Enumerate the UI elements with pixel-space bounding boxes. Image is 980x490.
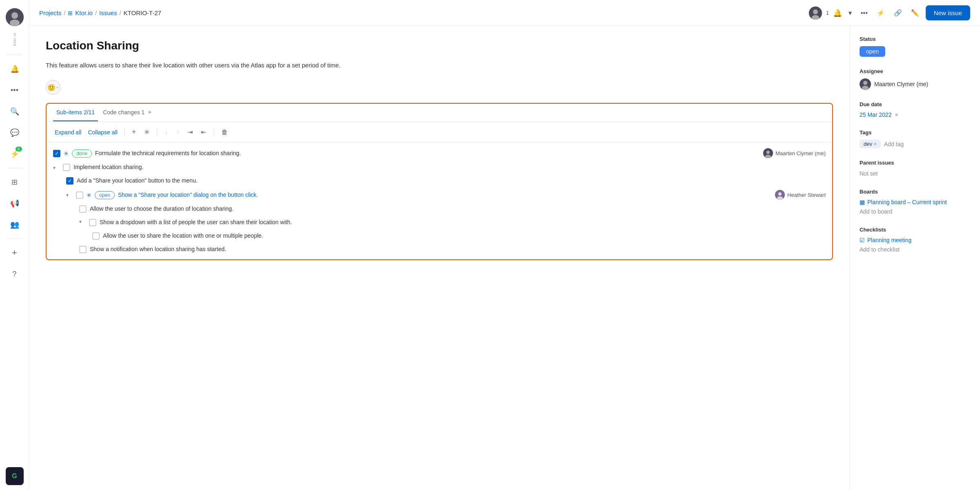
collapse-all-button[interactable]: Collapse all (86, 127, 119, 137)
grammarly-icon: G (12, 472, 17, 480)
nav-user-avatar[interactable] (809, 7, 822, 20)
right-sidebar: Status open Assignee Maarten Clymer (me)… (849, 26, 980, 490)
sub-item: Show a notification when location sharin… (47, 243, 832, 256)
sidebar-item-more[interactable]: ••• (6, 81, 24, 99)
sub-item-checkbox[interactable] (92, 232, 100, 240)
people-icon: 👥 (10, 220, 19, 229)
dots-icon: ••• (11, 86, 18, 95)
tags-label: Tags (860, 129, 970, 136)
sub-item-checkbox[interactable] (89, 219, 96, 226)
parent-issues-label: Parent issues (860, 160, 970, 166)
toolbar-indent-left-button[interactable]: ⇤ (198, 127, 209, 138)
expand-toggle-icon[interactable]: ▾ (79, 219, 86, 225)
due-date-clear-button[interactable]: × (895, 111, 898, 118)
tag-remove-button[interactable]: × (874, 141, 877, 147)
help-icon: ? (12, 270, 16, 278)
status-badge-open: open (95, 191, 115, 199)
assignee-info: Maarten Clymer (me) (763, 148, 826, 158)
due-date-label: Due date (860, 101, 970, 107)
sub-item-checkbox[interactable] (63, 164, 70, 171)
sub-item-checkbox[interactable] (79, 246, 87, 253)
svg-point-4 (813, 9, 818, 14)
due-date-value[interactable]: 25 Mar 2022 (860, 111, 892, 118)
sub-items-list: ✳ done Formulate the technical requireme… (47, 143, 832, 259)
sub-item-text: Formulate the technical requirements for… (95, 149, 760, 158)
assignee-row: Maarten Clymer (me) (860, 78, 970, 90)
bell-icon: 🔔 (10, 65, 19, 74)
new-issue-button[interactable]: New issue (926, 5, 970, 20)
sub-item-checkbox[interactable] (76, 192, 83, 199)
issue-title: Location Sharing (46, 39, 833, 52)
sub-item: ▾ Show a dropdown with a list of people … (47, 216, 832, 229)
breadcrumb-issues[interactable]: Issues (99, 9, 117, 16)
sidebar-item-people[interactable]: 👥 (6, 216, 24, 234)
search-icon: 🔍 (10, 107, 19, 116)
nav-lightning-btn[interactable]: ⚡ (874, 7, 887, 19)
project-icon: ⊞ (68, 10, 73, 16)
nav-bell-icon: 🔔 (833, 9, 842, 18)
sidebar-item-grid[interactable]: ⊞ (6, 173, 24, 191)
tab-code-changes[interactable]: Code changes 1 + (100, 104, 155, 122)
due-date-row: 25 Mar 2022 × (860, 111, 970, 118)
expand-toggle-icon[interactable]: ▾ (53, 165, 60, 171)
tab-sub-items[interactable]: Sub-items 2/11 (53, 104, 98, 121)
expand-toggle-icon[interactable]: ▾ (66, 192, 73, 198)
nav-bar: Projects / ⊞ Ktor.io / Issues / KTORIO-T… (29, 0, 980, 26)
user-avatar[interactable] (6, 8, 24, 26)
breadcrumb: Projects / ⊞ Ktor.io / Issues / KTORIO-T… (39, 9, 809, 16)
tag-item: dev × (860, 140, 881, 148)
breadcrumb-current: KTORIO-T-27 (124, 9, 161, 16)
add-tag-button[interactable]: Add tag (884, 141, 904, 147)
breadcrumb-sep-1: / (64, 9, 65, 16)
sidebar-item-lightning[interactable]: ⚡ 5 (6, 145, 24, 163)
checklist-row: ☑ Planning meeting (860, 237, 970, 243)
toolbar-add-button[interactable]: + (129, 126, 139, 138)
status-badge-done: done (72, 149, 92, 158)
sidebar-item-search[interactable]: 🔍 (6, 102, 24, 120)
sidebar-item-grammarly[interactable]: G (6, 467, 24, 485)
board-link[interactable]: Planning board – Current sprint (867, 199, 947, 205)
sidebar-item-chat[interactable]: 💬 (6, 124, 24, 142)
star-icon: ✳ (64, 150, 69, 157)
breadcrumb-project-name[interactable]: Ktor.io (75, 9, 93, 16)
status-pill[interactable]: open (860, 46, 885, 57)
sidebar-ktor-label[interactable]: Ktor.io (6, 30, 24, 48)
nav-link-btn[interactable]: 🔗 (891, 7, 904, 19)
main-content: Location Sharing This feature allows use… (29, 26, 849, 490)
tag-row: dev × Add tag (860, 140, 970, 148)
sub-item: Allow the user to choose the duration of… (47, 202, 832, 216)
megaphone-icon: 📢 (10, 199, 19, 208)
sub-item-checkbox[interactable] (53, 150, 60, 157)
nav-dropdown-btn[interactable]: ▾ (846, 7, 854, 19)
add-to-checklist-button[interactable]: Add to checklist (860, 246, 900, 253)
nav-more-btn[interactable]: ••• (858, 7, 870, 19)
add-to-board-button[interactable]: Add to board (860, 208, 892, 215)
issue-description: This feature allows users to share their… (46, 60, 833, 70)
assignee-name: Heather Stewart (787, 192, 826, 198)
toolbar-delete-button[interactable]: 🗑 (219, 127, 230, 138)
sidebar-item-help[interactable]: ? (6, 265, 24, 283)
nav-edit-btn[interactable]: ✏️ (909, 7, 922, 19)
svg-point-8 (765, 155, 771, 158)
emoji-button[interactable]: 🙂+ (46, 80, 60, 95)
status-section: Status open (860, 36, 970, 57)
toolbar-star-button[interactable]: ✳ (142, 127, 152, 138)
sub-item: Add a "Share your location" button to th… (47, 174, 832, 187)
tab-add-icon[interactable]: + (148, 109, 151, 116)
sidebar-item-add[interactable]: + (6, 244, 24, 262)
toolbar-indent-right-button[interactable]: ⇥ (185, 127, 195, 138)
sub-item-text: Implement location sharing. (74, 163, 826, 172)
svg-point-13 (863, 81, 867, 85)
toolbar-move-down-button[interactable]: ↓ (162, 127, 170, 138)
sidebar-item-notifications[interactable]: 🔔 (6, 60, 24, 78)
toolbar-move-up-button[interactable]: ↑ (174, 127, 182, 138)
checklist-link[interactable]: Planning meeting (867, 237, 911, 243)
sub-item-checkbox[interactable] (79, 205, 87, 213)
sidebar-item-megaphone[interactable]: 📢 (6, 194, 24, 212)
sub-items-panel: Sub-items 2/11 Code changes 1 + Expand a… (46, 103, 833, 260)
breadcrumb-projects[interactable]: Projects (39, 9, 61, 16)
sub-item-checkbox[interactable] (66, 177, 74, 185)
due-date-section: Due date 25 Mar 2022 × (860, 101, 970, 118)
expand-all-button[interactable]: Expand all (53, 127, 83, 137)
board-row: ▦ Planning board – Current sprint (860, 199, 970, 205)
